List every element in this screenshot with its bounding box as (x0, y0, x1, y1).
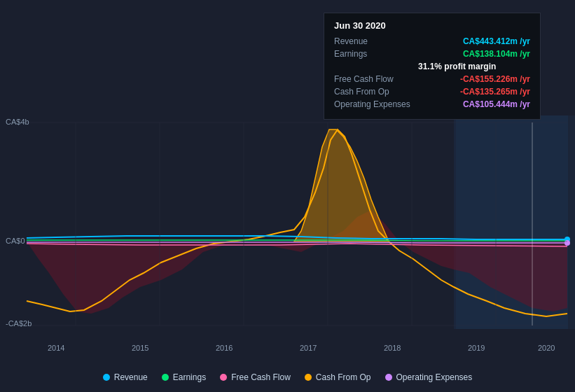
x-label-2019: 2019 (468, 344, 485, 352)
x-label-2015: 2015 (132, 344, 148, 352)
x-label-2014: 2014 (48, 344, 64, 352)
legend-earnings-label: Earnings (173, 372, 206, 382)
legend-opex-label: Operating Expenses (396, 372, 473, 382)
chart-container: CA$4b CA$0 -CA$2b 2014 2015 2016 2017 20… (0, 0, 575, 392)
x-label-2017: 2017 (300, 344, 317, 352)
x-label-2018: 2018 (384, 344, 401, 352)
tooltip-cfo-label: Cash From Op (334, 87, 418, 97)
tooltip-revenue-label: Revenue (334, 36, 418, 46)
tooltip-panel: Jun 30 2020 Revenue CA$443.412m /yr Earn… (324, 13, 541, 120)
legend-fcf-dot (220, 374, 227, 381)
tooltip-opex-row: Operating Expenses CA$105.444m /yr (334, 99, 530, 109)
svg-point-2 (564, 240, 570, 246)
legend-revenue-label: Revenue (114, 372, 148, 382)
tooltip-date: Jun 30 2020 (334, 20, 530, 31)
legend-revenue[interactable]: Revenue (103, 372, 148, 382)
legend-cfo-dot (305, 374, 312, 381)
legend-operating-expenses[interactable]: Operating Expenses (385, 372, 473, 382)
tooltip-earnings-margin: 31.1% profit margin (418, 62, 530, 71)
legend-earnings[interactable]: Earnings (162, 372, 206, 382)
tooltip-fcf-label: Free Cash Flow (334, 74, 418, 84)
tooltip-revenue-row: Revenue CA$443.412m /yr (334, 36, 530, 46)
tooltip-earnings-value: CA$138.104m /yr (463, 49, 530, 59)
tooltip-fcf-value: -CA$155.226m /yr (460, 74, 530, 84)
tooltip-cfo-value: -CA$135.265m /yr (460, 87, 530, 97)
x-label-2016: 2016 (216, 344, 233, 352)
legend-cfo-label: Cash From Op (316, 372, 371, 382)
chart-legend: Revenue Earnings Free Cash Flow Cash Fro… (0, 372, 575, 382)
legend-revenue-dot (103, 374, 110, 381)
tooltip-cfo-row: Cash From Op -CA$135.265m /yr (334, 87, 530, 97)
legend-free-cash-flow[interactable]: Free Cash Flow (220, 372, 291, 382)
x-label-2020: 2020 (538, 344, 555, 352)
legend-cash-from-op[interactable]: Cash From Op (305, 372, 371, 382)
y-label-bottom: -CA$2b (6, 319, 32, 328)
tooltip-opex-value: CA$105.444m /yr (463, 99, 530, 109)
y-label-zero: CA$0 (6, 237, 25, 245)
y-label-top: CA$4b (6, 118, 29, 126)
legend-opex-dot (385, 374, 392, 381)
legend-earnings-dot (162, 374, 169, 381)
tooltip-earnings-row: Earnings CA$138.104m /yr (334, 49, 530, 59)
tooltip-opex-label: Operating Expenses (334, 99, 418, 109)
tooltip-earnings-label: Earnings (334, 49, 418, 59)
tooltip-revenue-value: CA$443.412m /yr (463, 36, 530, 46)
legend-fcf-label: Free Cash Flow (231, 372, 291, 382)
tooltip-fcf-row: Free Cash Flow -CA$155.226m /yr (334, 74, 530, 84)
